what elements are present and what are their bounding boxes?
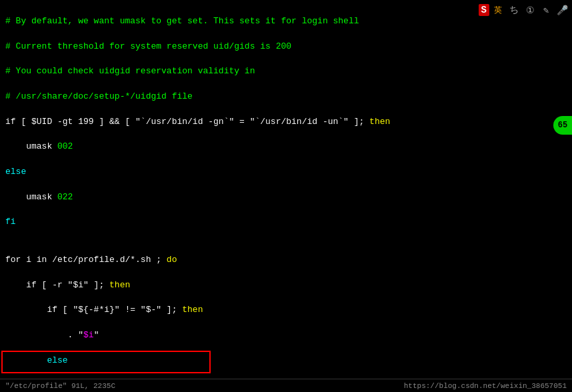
toolbar: S 英 ち ① ✎ 🎤 <box>479 3 569 17</box>
code-line: # /usr/share/doc/setup-*/uidgid file <box>5 91 567 103</box>
bottom-bar: "/etc/profile" 91L, 2235C https://blog.c… <box>0 379 572 392</box>
blog-url: https://blog.csdn.net/weixin_38657051 <box>404 382 567 390</box>
code-line: else <box>5 355 567 367</box>
icon-circle[interactable]: ① <box>523 3 537 17</box>
code-line: umask 002 <box>5 141 567 153</box>
circle-65[interactable]: 65 <box>553 116 572 135</box>
icon-en[interactable]: 英 <box>491 3 505 17</box>
file-info: "/etc/profile" 91L, 2235C <box>5 382 115 390</box>
icon-edit[interactable]: ✎ <box>539 3 553 17</box>
code-line: umask 022 <box>5 191 567 204</box>
code-line: . "$i" <box>5 329 567 342</box>
code-line: for i in /etc/profile.d/*.sh ; do <box>5 254 567 267</box>
icon-mic[interactable]: 🎤 <box>555 3 569 17</box>
icon-s[interactable]: S <box>479 4 489 16</box>
code-line: fi <box>5 216 567 229</box>
code-line: else <box>5 166 567 179</box>
code-line: if [ -r "$i" ]; then <box>5 279 567 292</box>
code-line: if [ $UID -gt 199 ] && [ "`/usr/bin/id -… <box>5 116 567 129</box>
icon-undo[interactable]: ち <box>507 3 521 17</box>
code-line: # Current threshold for system reserved … <box>5 41 567 53</box>
code-line: if [ "${-#*i}" != "$-" ]; then <box>5 304 567 317</box>
code-line: # You could check uidgid reservation val… <box>5 65 567 78</box>
code-area: # By default, we want umask to get set. … <box>0 0 572 392</box>
